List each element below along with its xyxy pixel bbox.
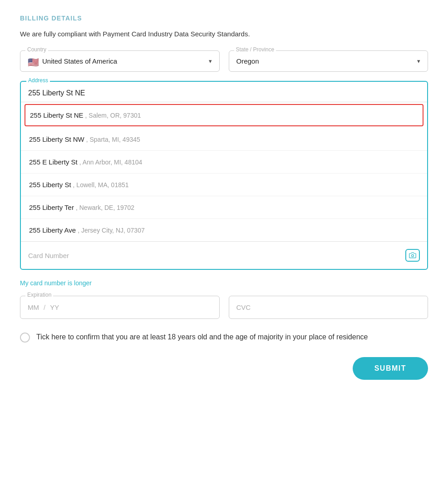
suggestion-item-2[interactable]: 255 E Liberty St , Ann Arbor, MI, 48104 (21, 151, 427, 174)
suggestion-item-0[interactable]: 255 Liberty St NE , Salem, OR, 97301 (25, 104, 423, 126)
cvc-input[interactable]: CVC (229, 296, 428, 319)
suggestion-item-4[interactable]: 255 Liberty Ter , Newark, DE, 19702 (21, 196, 427, 219)
expiration-mm: MM (28, 303, 39, 311)
suggestion-detail-4: , Newark, DE, 19702 (76, 204, 134, 211)
state-select[interactable]: Oregon ▾ (229, 50, 428, 72)
country-select[interactable]: 🇺🇸 United States of America ▾ (20, 50, 220, 72)
country-field: Country 🇺🇸 United States of America ▾ (20, 50, 220, 72)
address-suggestions: 255 Liberty St NE , Salem, OR, 97301 255… (21, 102, 427, 241)
expiration-input[interactable]: MM / YY (20, 296, 220, 319)
us-flag-icon: 🇺🇸 (28, 58, 38, 65)
suggestion-detail-2: , Ann Arbor, MI, 48104 (79, 159, 143, 166)
submit-row: SUBMIT (20, 357, 428, 380)
expiration-yy: YY (50, 303, 59, 311)
age-radio[interactable] (20, 333, 30, 343)
age-confirmation-text: Tick here to confirm that you are at lea… (36, 332, 368, 343)
camera-icon[interactable] (405, 249, 420, 262)
suggestion-street-4: 255 Liberty Ter (29, 204, 74, 211)
svg-point-0 (412, 254, 414, 257)
state-field: State / Province Oregon ▾ (229, 50, 428, 72)
suggestion-street-1: 255 Liberty St NW (29, 135, 84, 143)
submit-button[interactable]: SUBMIT (353, 357, 428, 380)
expiration-label: Expiration (25, 292, 53, 298)
card-number-placeholder: Card Number (28, 252, 69, 259)
suggestion-detail-1: , Sparta, MI, 49345 (86, 136, 140, 143)
country-label: Country (25, 46, 48, 53)
address-input[interactable] (21, 82, 427, 102)
suggestion-street-5: 255 Liberty Ave (29, 226, 76, 234)
suggestion-street-3: 255 Liberty St (29, 181, 71, 189)
state-chevron-icon: ▾ (417, 58, 420, 65)
address-label: Address (26, 77, 50, 84)
suggestion-street-0: 255 Liberty St NE (30, 111, 84, 119)
suggestion-item-1[interactable]: 255 Liberty St NW , Sparta, MI, 49345 (21, 128, 427, 151)
cvc-field: CVC (229, 296, 428, 319)
country-value: United States of America (42, 57, 117, 65)
suggestion-detail-5: , Jersey City, NJ, 07307 (78, 227, 145, 234)
billing-section-title: BILLING DETAILS (20, 15, 428, 22)
suggestion-detail-3: , Lowell, MA, 01851 (73, 181, 129, 189)
state-label: State / Province (234, 46, 276, 53)
cvc-placeholder: CVC (236, 303, 251, 311)
expiration-separator: / (44, 303, 45, 311)
suggestion-detail-0: , Salem, OR, 97301 (85, 112, 141, 119)
card-longer-link[interactable]: My card number is longer (20, 279, 92, 287)
compliance-text: We are fully compliant with Payment Card… (20, 30, 428, 38)
card-number-field: Card Number (21, 241, 427, 269)
age-confirmation-row: Tick here to confirm that you are at lea… (20, 332, 428, 343)
country-chevron-icon: ▾ (209, 58, 212, 65)
expiration-field: Expiration MM / YY (20, 296, 220, 319)
state-value: Oregon (236, 57, 259, 65)
suggestion-street-2: 255 E Liberty St (29, 158, 78, 166)
address-container: Address 255 Liberty St NE , Salem, OR, 9… (20, 81, 428, 270)
suggestion-item-5[interactable]: 255 Liberty Ave , Jersey City, NJ, 07307 (21, 219, 427, 241)
suggestion-item-3[interactable]: 255 Liberty St , Lowell, MA, 01851 (21, 174, 427, 196)
